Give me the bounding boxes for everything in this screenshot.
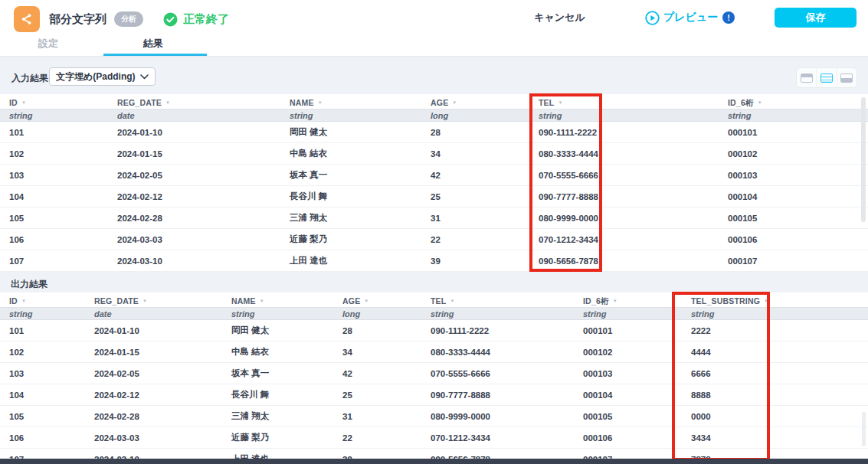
cell: 103 — [0, 369, 85, 378]
cell: 2024-03-03 — [85, 433, 222, 443]
sort-filter-icon[interactable]: ▼ — [558, 100, 562, 105]
table-row: 1022024-01-15中島 結衣34080-3333-44440001024… — [0, 341, 868, 363]
input-table-scrollbar[interactable] — [861, 97, 866, 222]
sort-filter-icon[interactable]: ▼ — [165, 100, 170, 105]
column-type: string — [0, 111, 108, 120]
cell: 2024-01-10 — [108, 128, 280, 137]
cell: 000106 — [719, 235, 868, 244]
column-name: REG_DATE — [94, 296, 139, 306]
cell: 2024-01-15 — [108, 149, 280, 158]
cell: 2222 — [682, 326, 868, 335]
column-header-NAME[interactable]: NAME▼ — [280, 95, 421, 109]
column-type: string — [421, 309, 574, 319]
column-header-NAME[interactable]: NAME▼ — [222, 293, 333, 307]
column-header-REG_DATE[interactable]: REG_DATE▼ — [85, 293, 222, 307]
column-name: TEL — [431, 296, 446, 306]
column-header-AGE[interactable]: AGE▼ — [333, 293, 421, 307]
sort-filter-icon[interactable]: ▼ — [613, 299, 617, 303]
check-circle-icon — [163, 12, 178, 27]
cell: 106 — [0, 235, 108, 244]
layout-bottom-pane-button[interactable] — [837, 68, 857, 87]
cell: 近藤 梨乃 — [222, 432, 333, 443]
table-type-row: stringdatestringlongstringstringstring — [0, 307, 868, 320]
save-button[interactable]: 保存 — [775, 8, 857, 28]
layout-top-pane-button[interactable] — [797, 68, 816, 87]
cell: 0000 — [682, 412, 868, 421]
status-indicator: 正常終了 — [163, 12, 229, 27]
column-header-ID[interactable]: ID▼ — [0, 293, 85, 307]
preview-button[interactable]: プレビュー ! — [645, 11, 735, 25]
input-source-select[interactable]: 文字埋め(Padding) — [49, 67, 156, 86]
cell: 2024-02-28 — [108, 214, 280, 223]
preview-label: プレビュー — [663, 11, 718, 25]
sort-filter-icon[interactable]: ▼ — [452, 100, 457, 105]
column-header-ID_6桁[interactable]: ID_6桁▼ — [719, 95, 868, 109]
column-header-TEL_SUBSTRING[interactable]: TEL_SUBSTRING▼ — [682, 293, 868, 307]
cell: 2024-01-15 — [85, 348, 222, 357]
play-circle-icon — [645, 11, 660, 25]
cell: 25 — [421, 192, 529, 201]
output-table-scrollbar[interactable] — [862, 412, 866, 446]
sort-filter-icon[interactable]: ▼ — [318, 100, 323, 105]
column-header-ID_6桁[interactable]: ID_6桁▼ — [574, 293, 682, 307]
cell: 中島 結衣 — [222, 346, 333, 358]
chevron-down-icon — [140, 74, 149, 80]
cell: 2024-02-12 — [85, 390, 222, 400]
cancel-button[interactable]: キャンセル — [534, 11, 585, 25]
top-bar: 部分文字列 分析 正常終了 キャンセル プレビュー ! 保存 — [0, 0, 868, 57]
sort-filter-icon[interactable]: ▼ — [764, 299, 768, 303]
column-name: ID_6桁 — [583, 296, 609, 306]
table-row: 1022024-01-15中島 結衣34080-3333-4444000102 — [0, 143, 868, 165]
cell: 103 — [0, 171, 108, 180]
sort-filter-icon[interactable]: ▼ — [21, 299, 26, 303]
tab-settings[interactable]: 設定 — [29, 37, 67, 52]
bottom-scrollbar-track[interactable] — [0, 459, 868, 464]
select-value: 文字埋め(Padding) — [56, 70, 140, 83]
column-header-AGE[interactable]: AGE▼ — [421, 95, 529, 109]
cell: 三浦 翔太 — [222, 410, 333, 422]
column-header-ID[interactable]: ID▼ — [0, 95, 108, 109]
cell: 090-7777-8888 — [421, 390, 574, 400]
column-header-TEL[interactable]: TEL▼ — [421, 293, 574, 307]
cell: 三浦 翔太 — [280, 212, 421, 224]
layout-split-pane-button[interactable] — [816, 68, 836, 87]
cell: 22 — [421, 235, 529, 244]
cell: 39 — [421, 257, 529, 266]
column-type: string — [719, 111, 868, 120]
table-header-row: ID▼REG_DATE▼NAME▼AGE▼TEL▼ID_6桁▼ — [0, 94, 868, 109]
cell: 000105 — [574, 412, 682, 421]
cell: 上田 達也 — [280, 255, 421, 266]
column-header-TEL[interactable]: TEL▼ — [529, 95, 719, 109]
cell: 090-1111-2222 — [421, 326, 574, 335]
sort-filter-icon[interactable]: ▼ — [260, 299, 264, 303]
sort-filter-icon[interactable]: ▼ — [364, 299, 368, 303]
cell: 000106 — [574, 433, 682, 443]
column-type: string — [222, 309, 333, 319]
sort-filter-icon[interactable]: ▼ — [450, 299, 454, 303]
column-type: string — [682, 309, 868, 319]
analysis-badge: 分析 — [114, 11, 143, 27]
top-pane-icon — [801, 74, 813, 83]
cell: 000102 — [719, 149, 868, 158]
sort-filter-icon[interactable]: ▼ — [21, 100, 26, 105]
cell: 28 — [333, 326, 421, 335]
cell: 000101 — [574, 326, 682, 335]
tab-results[interactable]: 結果 — [129, 37, 178, 52]
input-result-table: ID▼REG_DATE▼NAME▼AGE▼TEL▼ID_6桁▼stringdat… — [0, 94, 868, 272]
column-name: ID_6桁 — [728, 98, 754, 107]
column-type: long — [421, 111, 529, 120]
sort-filter-icon[interactable]: ▼ — [758, 100, 762, 105]
cell: 105 — [0, 214, 108, 223]
cell: 102 — [0, 348, 85, 357]
sort-filter-icon[interactable]: ▼ — [142, 299, 147, 303]
column-header-REG_DATE[interactable]: REG_DATE▼ — [108, 95, 280, 109]
bottom-pane-icon — [840, 74, 853, 83]
cell: 6666 — [682, 369, 868, 378]
cell: 8888 — [682, 390, 868, 400]
cell: 2024-02-05 — [85, 369, 222, 378]
table-type-row: stringdatestringlongstringstring — [0, 109, 868, 122]
page-title: 部分文字列 — [49, 12, 106, 27]
column-type: date — [85, 309, 222, 319]
column-type: long — [333, 309, 421, 319]
table-row: 1032024-02-05坂本 真一42070-5555-6666000103 — [0, 165, 868, 186]
